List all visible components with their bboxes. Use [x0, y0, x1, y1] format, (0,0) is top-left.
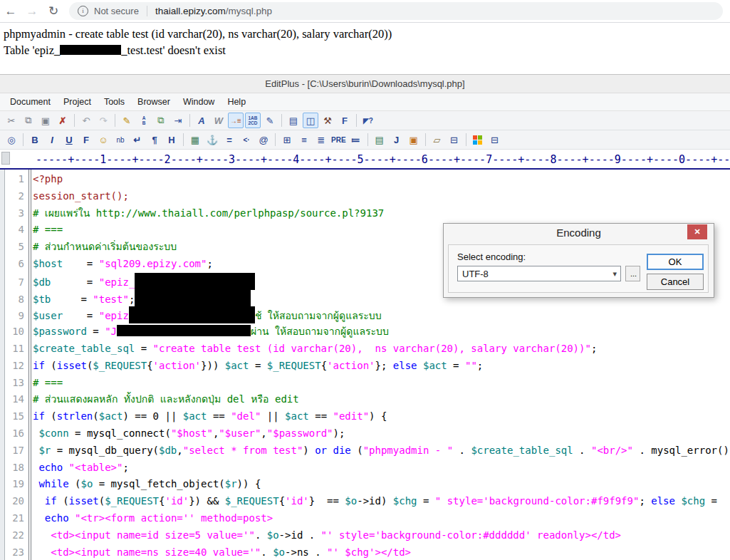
- function-list-icon[interactable]: F: [337, 113, 353, 128]
- browse-button[interactable]: ...: [625, 266, 640, 281]
- code-token: $db: [33, 276, 51, 288]
- preferences-icon[interactable]: ✎: [262, 113, 278, 128]
- code-token: ;: [591, 343, 597, 354]
- browser-toolbar: ← → ↻ i Not secure thaiall.epizy.com/mys…: [0, 0, 730, 23]
- window-icon[interactable]: ⊟: [447, 132, 462, 147]
- soft-wrap-icon[interactable]: →≡: [228, 113, 244, 128]
- toolbar-html: ◎BIUF☺nb↵¶H▦⚓=<·@⊞≡≣PRE≔▤J▣▱⊟⊟: [0, 130, 730, 150]
- align-right-icon[interactable]: ≣: [313, 132, 329, 147]
- reload-icon[interactable]: ↻: [43, 4, 64, 19]
- help-pointer-icon[interactable]: ◤?: [360, 113, 376, 128]
- side-panel-icon[interactable]: ◫: [303, 113, 318, 128]
- user-tool-icon[interactable]: ⚒: [320, 113, 335, 128]
- ok-button[interactable]: OK: [647, 254, 704, 270]
- menu-help[interactable]: Help: [221, 97, 252, 107]
- menu-window[interactable]: Window: [177, 97, 221, 107]
- code-token: # ส่วนแสดงผลหลัก ทั้งปกติ และหลังกดปุ่ม …: [33, 393, 299, 405]
- delete-icon[interactable]: ✗: [55, 113, 71, 128]
- code-token: die: [333, 445, 350, 456]
- line-break-icon[interactable]: ↵: [130, 132, 145, 147]
- image-icon[interactable]: ▦: [187, 132, 203, 147]
- code-token: $password: [33, 326, 87, 337]
- code-token: <td><input name=id size=5 value='": [51, 529, 255, 541]
- list-icon[interactable]: ≔: [348, 132, 364, 147]
- address-bar[interactable]: i Not secure thaiall.epizy.com/mysql.php: [69, 2, 723, 20]
- copy-list-icon[interactable]: ⧉: [153, 113, 169, 128]
- code-token: session_start();: [33, 190, 129, 202]
- code-token: $o: [345, 495, 357, 507]
- code-token: .: [261, 546, 273, 558]
- smiley-icon[interactable]: ☺: [95, 132, 111, 147]
- code-line: 22 <td><input name=id size=5 value='". $…: [0, 527, 730, 544]
- code-line: 12if (isset($_REQUEST{'action'})) $act =…: [0, 358, 730, 375]
- ruler-scale: -----+----1----+----2----+----3----+----…: [36, 153, 730, 166]
- code-token: $conn: [38, 427, 68, 439]
- code-token: ;: [122, 462, 128, 473]
- code-token: 'action': [153, 360, 201, 371]
- underline-icon[interactable]: U: [61, 132, 77, 147]
- undo-icon[interactable]: ↶: [78, 113, 94, 128]
- align-center-icon[interactable]: ≡: [296, 132, 312, 147]
- word-wrap-icon[interactable]: W: [211, 113, 226, 128]
- code-token: ->ns .: [285, 546, 327, 558]
- menu-tools[interactable]: Tools: [98, 97, 131, 107]
- horizontal-rule-icon[interactable]: =: [221, 132, 237, 147]
- indent-icon[interactable]: ⇥: [170, 113, 186, 128]
- code-token: 'id': [165, 495, 189, 507]
- table-icon[interactable]: ⊞: [279, 132, 295, 147]
- italic-icon[interactable]: I: [44, 132, 60, 147]
- script-icon[interactable]: ▤: [372, 132, 387, 147]
- forward-icon[interactable]: →: [21, 4, 43, 19]
- folder-icon[interactable]: ▱: [429, 132, 445, 147]
- divider: [147, 6, 147, 16]
- cut-icon[interactable]: ✂: [4, 113, 19, 128]
- menu-browser[interactable]: Browser: [131, 97, 177, 107]
- back-icon[interactable]: ←: [0, 4, 21, 19]
- paste-icon[interactable]: ▣: [38, 113, 53, 128]
- document-list-icon[interactable]: ▤: [286, 113, 301, 128]
- code-token: $_REQUEST: [93, 360, 147, 371]
- bold-icon[interactable]: B: [27, 132, 43, 147]
- anchor-icon[interactable]: ⚓: [204, 132, 220, 147]
- replace-icon[interactable]: AB: [136, 113, 152, 128]
- redaction-box: [135, 273, 255, 290]
- split-window-icon[interactable]: ⊟: [487, 132, 503, 147]
- line-number-icon[interactable]: 1AB2CD: [245, 113, 261, 128]
- code-token: $chg: [393, 495, 417, 507]
- menu-document[interactable]: Document: [4, 97, 57, 107]
- code-token: ->id .: [279, 529, 321, 541]
- code-token: [69, 512, 75, 524]
- info-icon[interactable]: i: [78, 6, 88, 16]
- code-token: (: [45, 360, 57, 371]
- menu-project[interactable]: Project: [57, 97, 98, 107]
- java-icon[interactable]: J: [389, 132, 405, 147]
- heading-icon[interactable]: H: [164, 132, 179, 147]
- encoding-select[interactable]: UTF-8 ▾: [457, 266, 621, 281]
- close-icon[interactable]: ✕: [687, 224, 707, 239]
- code-line: 19 while ($o = mysql_fetch_object($r)) {: [0, 476, 730, 493]
- copy-icon[interactable]: ⧉: [21, 113, 36, 128]
- code-line: 17 $r = mysql_db_query($db,"select * fro…: [0, 442, 730, 460]
- find-highlight-icon[interactable]: ✎: [119, 113, 135, 128]
- code-token: ;: [477, 360, 483, 371]
- font-tag-icon[interactable]: F: [78, 132, 94, 147]
- windows-logo-icon[interactable]: [470, 132, 486, 147]
- code-token: $user: [33, 310, 63, 321]
- object-icon[interactable]: ▣: [406, 132, 422, 147]
- tag-icon[interactable]: <·: [239, 132, 254, 147]
- code-token: [33, 512, 45, 524]
- email-icon[interactable]: @: [256, 132, 271, 147]
- pre-icon[interactable]: PRE: [330, 132, 347, 147]
- code-token: " style='background-color:#f9f9f9": [435, 495, 640, 507]
- browser-preview-icon[interactable]: ◎: [4, 132, 19, 147]
- cancel-button[interactable]: Cancel: [647, 274, 704, 290]
- nonbreak-space-icon[interactable]: nb: [113, 132, 128, 147]
- code-token: "test": [93, 294, 129, 305]
- paragraph-icon[interactable]: ¶: [147, 132, 162, 147]
- redo-icon[interactable]: ↷: [95, 113, 111, 128]
- page-output-line2: Table 'epiz__test.test' doesn't exist: [4, 43, 392, 59]
- code-token: =: [63, 310, 99, 321]
- code-token: $host: [33, 258, 63, 269]
- font-icon[interactable]: A: [194, 113, 209, 128]
- code-token: "edit": [333, 410, 370, 422]
